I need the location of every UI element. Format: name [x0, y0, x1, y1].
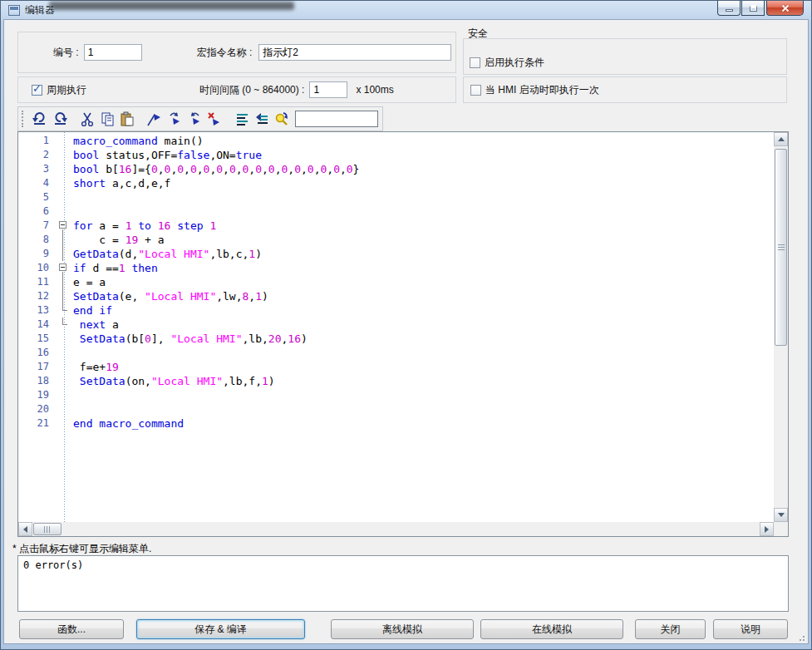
scroll-up-button[interactable] — [774, 132, 788, 146]
code-line[interactable]: 4short a,c,d,e,f — [18, 176, 774, 190]
horizontal-scroll-thumb[interactable] — [33, 523, 62, 535]
enable-condition-checkbox[interactable]: ✓ — [470, 57, 480, 68]
code-text: e = a — [73, 275, 106, 289]
bookmark-toggle-button[interactable] — [145, 109, 165, 129]
fold-margin — [57, 332, 73, 346]
title-bar[interactable]: 编辑器 — [1, 1, 811, 19]
code-line[interactable]: 11e = a — [18, 275, 774, 289]
bookmark-next-button[interactable] — [165, 109, 185, 129]
periodic-panel: ✓ 周期执行 时间间隔 (0 ~ 864000) : x 100ms — [17, 76, 456, 103]
find-icon — [273, 111, 290, 127]
code-line[interactable]: 21end macro_command — [18, 416, 774, 431]
help-button[interactable]: 说明 — [713, 619, 788, 639]
code-line[interactable]: 15 SetData(b[0], "Local HMI",lb,20,16) — [18, 332, 774, 346]
fold-margin — [57, 346, 73, 360]
line-number: 3 — [18, 162, 57, 176]
horizontal-scrollbar[interactable] — [18, 522, 774, 536]
code-line[interactable]: 9GetData(d,"Local HMI",lb,c,1) — [18, 247, 774, 261]
code-line[interactable]: 8 c = 19 + a — [18, 233, 774, 247]
minimize-icon — [726, 9, 733, 12]
copy-icon — [99, 111, 116, 127]
code-area[interactable]: 1macro_command main()2bool status,OFF=fa… — [18, 132, 774, 522]
code-line[interactable]: 17 f=e+19 — [18, 360, 774, 374]
run-on-startup-checkbox[interactable]: ✓ — [470, 85, 481, 96]
code-line[interactable]: 12SetData(e, "Local HMI",lw,8,1) — [18, 289, 774, 303]
online-simulation-button[interactable]: 在线模拟 — [480, 619, 623, 639]
fold-margin — [57, 402, 73, 416]
fold-margin — [57, 134, 73, 148]
startup-panel: ✓ 当 HMI 启动时即执行一次 — [463, 76, 787, 103]
code-text: macro_command main() — [73, 134, 204, 148]
code-text: bool b[16]={0,0,0,0,0,0,0,0,0,0,0,0,0,0,… — [73, 162, 359, 176]
bookmark-list-button[interactable] — [232, 109, 252, 129]
macro-name-input[interactable] — [258, 44, 451, 61]
minimize-button[interactable] — [717, 1, 741, 16]
undo-button[interactable] — [30, 109, 50, 129]
fold-margin — [57, 289, 73, 303]
bookmark-next-icon — [166, 111, 183, 127]
code-line[interactable]: 2bool status,OFF=false,ON=true — [18, 148, 774, 162]
toolbar-grip[interactable] — [22, 111, 25, 127]
number-input[interactable] — [84, 44, 142, 61]
maximize-icon — [750, 5, 757, 12]
undo-icon — [32, 111, 48, 127]
code-line[interactable]: 20 — [18, 402, 774, 416]
periodic-checkbox[interactable]: ✓ — [32, 85, 42, 96]
code-line[interactable]: 16 — [18, 346, 774, 360]
compile-message-box[interactable]: 0 error(s) — [17, 555, 789, 612]
edit-menu-hint: * 点击鼠标右键可显示编辑菜单. — [12, 542, 151, 556]
search-input[interactable] — [295, 111, 378, 127]
code-line[interactable]: 18 SetData(on,"Local HMI",lb,f,1) — [18, 374, 774, 388]
scroll-down-button[interactable] — [774, 508, 788, 522]
code-text: end if — [73, 303, 112, 318]
line-number: 14 — [18, 318, 57, 332]
fold-margin — [57, 148, 73, 162]
compile-message: 0 error(s) — [23, 559, 83, 571]
bookmark-prev-button[interactable] — [185, 109, 204, 129]
interval-input[interactable] — [309, 81, 347, 98]
arrow-up-icon — [778, 137, 785, 141]
scroll-left-button[interactable] — [18, 522, 32, 536]
cut-button[interactable] — [77, 109, 97, 129]
code-line[interactable]: 10if d ==1 then — [18, 261, 774, 275]
line-number: 7 — [18, 219, 57, 233]
code-text: SetData(on,"Local HMI",lb,f,1) — [73, 374, 275, 388]
code-text: short a,c,d,e,f — [73, 176, 170, 190]
fold-margin — [57, 388, 73, 402]
bookmark-clear-button[interactable] — [204, 109, 224, 129]
close-dialog-button[interactable]: 关闭 — [635, 619, 706, 639]
vertical-scroll-thumb[interactable] — [775, 149, 787, 346]
code-line[interactable]: 3bool b[16]={0,0,0,0,0,0,0,0,0,0,0,0,0,0… — [18, 162, 774, 176]
close-button[interactable] — [766, 1, 804, 16]
maximize-button[interactable] — [741, 1, 765, 16]
code-line[interactable]: 6 — [18, 204, 774, 219]
code-line[interactable]: 14 next a — [18, 318, 774, 332]
code-line[interactable]: 7for a = 1 to 16 step 1 — [18, 219, 774, 233]
redo-button[interactable] — [50, 109, 70, 129]
offline-simulation-button[interactable]: 离线模拟 — [331, 619, 474, 639]
arrow-down-icon — [778, 513, 785, 517]
interval-label: 时间间隔 (0 ~ 864000) : — [199, 83, 304, 97]
code-line[interactable]: 19 — [18, 388, 774, 402]
scroll-right-button[interactable] — [760, 522, 774, 536]
code-text: GetData(d,"Local HMI",lb,c,1) — [73, 247, 262, 261]
code-line[interactable]: 5 — [18, 190, 774, 204]
resize-grip[interactable] — [796, 633, 805, 641]
editor-toolbar — [17, 106, 383, 131]
fold-margin — [57, 374, 73, 388]
paste-button[interactable] — [117, 109, 137, 129]
copy-button[interactable] — [97, 109, 117, 129]
code-text: SetData(e, "Local HMI",lw,8,1) — [73, 289, 268, 303]
fold-collapse-icon[interactable] — [57, 219, 73, 233]
find-button[interactable] — [272, 109, 292, 129]
run-on-startup-label: 当 HMI 启动时即执行一次 — [485, 83, 599, 97]
code-line[interactable]: 1macro_command main() — [18, 134, 774, 148]
fold-margin — [57, 162, 73, 176]
functions-button[interactable]: 函数... — [19, 619, 124, 639]
goto-list-button[interactable] — [252, 109, 272, 129]
code-text: bool status,OFF=false,ON=true — [73, 148, 262, 162]
code-line[interactable]: 13end if — [18, 303, 774, 318]
fold-collapse-icon[interactable] — [57, 261, 73, 275]
save-compile-button[interactable]: 保存 & 编译 — [136, 619, 305, 639]
vertical-scrollbar[interactable] — [774, 132, 788, 522]
